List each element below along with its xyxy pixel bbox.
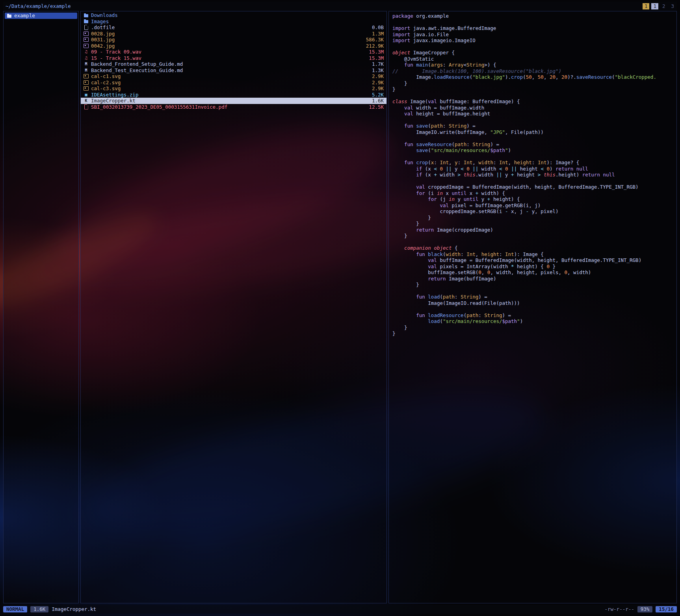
permissions-text: -rw-r--r-- bbox=[605, 606, 634, 612]
code-token: : bbox=[455, 294, 461, 300]
code-token: " bbox=[505, 147, 508, 153]
code-token: object bbox=[392, 50, 410, 56]
code-token: } bbox=[392, 233, 407, 239]
code-token bbox=[392, 196, 428, 202]
code-line bbox=[392, 154, 673, 160]
code-line: import javax.imageio.ImageIO bbox=[392, 37, 673, 44]
file-row[interactable]: cal-c1.svg2.9K bbox=[81, 73, 386, 80]
code-token: this bbox=[544, 172, 556, 178]
file-row[interactable]: Backend_Frontend_Setup_Guide.md1.7K bbox=[81, 61, 386, 67]
code-token: } bbox=[392, 330, 396, 336]
file-row[interactable]: 09 - Track 09.wav15.3M bbox=[81, 49, 386, 55]
file-name: Downloads bbox=[91, 12, 118, 19]
parent-item[interactable]: example bbox=[5, 13, 77, 19]
code-token bbox=[392, 166, 416, 172]
code-token: return bbox=[416, 227, 434, 233]
code-token: val bbox=[440, 202, 449, 208]
top-bar: ~/Data/example/example 1123 bbox=[3, 2, 677, 11]
code-token bbox=[392, 312, 416, 318]
code-token bbox=[573, 166, 576, 172]
code-token: x bbox=[466, 190, 476, 196]
code-token: return bbox=[428, 276, 446, 282]
code-token: ( bbox=[440, 318, 443, 324]
file-name: Images bbox=[91, 19, 109, 25]
code-token: width bbox=[478, 160, 493, 165]
file-size: 586.3K bbox=[363, 37, 384, 43]
code-token: 0 bbox=[505, 166, 508, 172]
code-token: , width, height, pixels, bbox=[490, 269, 564, 275]
image-icon bbox=[84, 80, 89, 85]
code-line: if (x < 0 || y < 0 || width < 0 || heigh… bbox=[392, 166, 673, 172]
code-token: return bbox=[556, 166, 573, 172]
image-icon bbox=[84, 31, 89, 37]
code-token: < bbox=[434, 166, 437, 172]
code-line bbox=[392, 93, 673, 99]
file-row[interactable]: ImageCropper.kt1.6K bbox=[81, 98, 386, 104]
code-line: } bbox=[392, 215, 673, 221]
code-token: org.example bbox=[413, 13, 449, 19]
file-row[interactable]: 0042.jpg212.9K bbox=[81, 43, 386, 49]
code-line: } bbox=[392, 86, 673, 93]
file-row[interactable]: cal-c3.svg2.9K bbox=[81, 85, 386, 92]
file-name: cal-c3.svg bbox=[91, 85, 121, 92]
tab-1[interactable]: 1 bbox=[643, 3, 650, 9]
yazi-file-manager-window: ~/Data/example/example 1123 example Down… bbox=[0, 0, 680, 616]
code-token: saveResource bbox=[576, 74, 612, 80]
code-line: save("src/main/resources/$path") bbox=[392, 147, 673, 154]
code-token: fun bbox=[404, 123, 413, 129]
code-line: } bbox=[392, 80, 673, 87]
code-token: ) = bbox=[490, 141, 499, 147]
code-token: buffImage = BufferedImage(width, height,… bbox=[437, 257, 641, 263]
code-line: fun saveResource(path: String) = bbox=[392, 141, 673, 148]
code-token: : bbox=[461, 251, 466, 257]
file-list[interactable]: DownloadsImages.dotfile0.0B0028.jpg1.3M0… bbox=[80, 11, 387, 603]
file-row[interactable]: .dotfile0.0B bbox=[81, 24, 386, 31]
preview-pane: package org.example import java.awt.imag… bbox=[388, 11, 677, 603]
file-row[interactable]: 0028.jpg1.3M bbox=[81, 31, 386, 37]
code-token bbox=[392, 294, 416, 300]
file-row[interactable]: Images bbox=[81, 19, 386, 25]
code-line: buffImage.setRGB(0, 0, width, height, pi… bbox=[392, 269, 673, 276]
code-token: + bbox=[434, 172, 437, 178]
file-name: SBI_0032013739_2023_DE05_0003155631Invoi… bbox=[91, 104, 227, 110]
tab-1[interactable]: 1 bbox=[651, 3, 658, 9]
code-token: black bbox=[428, 251, 443, 257]
code-line bbox=[392, 117, 673, 123]
file-row[interactable]: Downloads bbox=[81, 12, 386, 19]
code-line: val width = buffImage.width bbox=[392, 105, 673, 111]
code-token: x bbox=[443, 190, 452, 196]
code-token: load bbox=[428, 294, 440, 300]
code-token: path bbox=[455, 141, 466, 147]
code-token: crop bbox=[416, 160, 428, 165]
code-token: path bbox=[443, 294, 455, 300]
tab-3[interactable]: 3 bbox=[669, 3, 676, 9]
code-token: // Image.black(100, 100).saveResource("b… bbox=[392, 68, 561, 74]
code-token: Int bbox=[464, 160, 473, 165]
code-token: val bbox=[428, 263, 437, 269]
code-line: package org.example bbox=[392, 13, 673, 19]
file-row[interactable]: SBI_0032013739_2023_DE05_0003155631Invoi… bbox=[81, 104, 386, 110]
code-line: val croppedImage = BufferedImage(width, … bbox=[392, 184, 673, 190]
file-size: 0.0B bbox=[369, 24, 384, 31]
tab-2[interactable]: 2 bbox=[660, 3, 667, 9]
code-token: null bbox=[603, 172, 615, 178]
code-token: : bbox=[493, 160, 499, 165]
code-token: croppedImage.setRGB(i bbox=[392, 208, 505, 214]
status-right: -rw-r--r-- 93% 15/16 bbox=[605, 606, 677, 612]
code-token: path bbox=[466, 312, 478, 318]
file-row[interactable]: IDEAsettings.zip5.2K bbox=[81, 92, 386, 98]
code-line bbox=[392, 239, 673, 245]
code-token: Int bbox=[538, 160, 547, 165]
code-token: 0 bbox=[565, 269, 568, 275]
code-token: for bbox=[428, 196, 437, 202]
file-row[interactable]: Backend_Test_Execution_Guide.md1.3K bbox=[81, 67, 386, 74]
code-token: for bbox=[416, 190, 425, 196]
file-name: IDEAsettings.zip bbox=[91, 92, 138, 98]
code-token: load bbox=[428, 318, 440, 324]
file-row[interactable]: 0031.jpg586.3K bbox=[81, 37, 386, 43]
code-token: : bbox=[499, 251, 505, 257]
code-token: "JPG" bbox=[490, 129, 505, 135]
file-row[interactable]: cal-c2.svg2.9K bbox=[81, 80, 386, 86]
file-row[interactable]: 15 - Track 15.wav15.3M bbox=[81, 55, 386, 61]
tab-bar: 1123 bbox=[643, 3, 677, 9]
